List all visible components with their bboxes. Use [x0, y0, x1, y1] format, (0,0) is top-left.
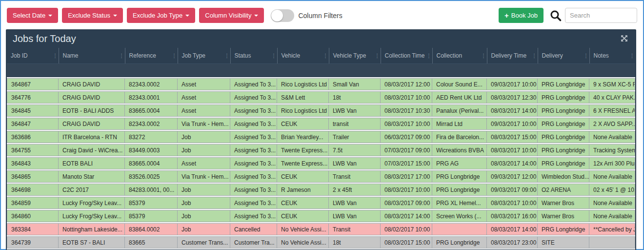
- column-visibility-button[interactable]: Column Visibility: [199, 8, 264, 23]
- table-cell: 07/03/2017 15:00: [381, 157, 432, 169]
- column-grip-icon[interactable]: ⋮: [375, 53, 380, 59]
- table-row[interactable]: 364755Craig David - WiCrea...83449.0003J…: [7, 144, 635, 156]
- column-header-vehicle[interactable]: Vehicle⋮: [277, 48, 329, 63]
- column-header-label: Reference: [129, 52, 156, 59]
- table-cell: Job: [178, 223, 230, 235]
- column-header-status[interactable]: Status⋮: [230, 48, 277, 63]
- table-cell: Job: [178, 144, 230, 156]
- caret-down-icon: [48, 15, 52, 17]
- table-cell: 83665: [125, 236, 178, 249]
- table-row[interactable]: 363686ITR Barcelona - RTN83272JobAssigne…: [7, 131, 635, 143]
- select-date-button[interactable]: Select Date: [7, 8, 58, 23]
- table-cell: O2 ARENA: [538, 184, 589, 196]
- column-grip-icon[interactable]: ⋮: [426, 53, 431, 59]
- exclude-job-type-label: Exclude Job Type: [133, 12, 182, 19]
- table-cell: Twente Express...: [277, 144, 329, 156]
- table-row[interactable]: 364739EOTB S7 - BALI83665Customer Trans.…: [7, 236, 635, 249]
- table-cell: 85379: [125, 210, 178, 222]
- table-cell: 09/03/2017 10:00: [487, 78, 538, 90]
- exclude-job-type-button[interactable]: Exclude Job Type: [127, 8, 195, 23]
- table-cell: Brian Yeardley...: [277, 131, 329, 143]
- column-grip-icon[interactable]: ⋮: [629, 53, 634, 59]
- caret-down-icon: [254, 15, 258, 17]
- table-row[interactable]: 364859Lucky Frog/Sky Leav...85379JobAssi…: [7, 197, 635, 209]
- table-cell: LWB Van: [329, 210, 381, 222]
- table-cell: LWB Van: [329, 104, 381, 117]
- column-header-label: Collection Time: [385, 52, 425, 59]
- table-cell: **Cancelled by J...: [589, 223, 635, 235]
- search-input[interactable]: [565, 8, 637, 23]
- table-row[interactable]: 364698C2C 201784283.0001, 00...JobAssign…: [7, 184, 635, 196]
- table-cell: 40 x CLAY PAK...: [589, 91, 635, 104]
- column-header-vehicle-type[interactable]: Vehicle Type⋮: [329, 48, 381, 63]
- column-visibility-label: Column Visibility: [205, 12, 251, 19]
- column-grip-icon[interactable]: ⋮: [224, 53, 229, 59]
- table-cell: 08/03/2017 10:00: [381, 91, 432, 104]
- table-cell: PRG Longbridge: [538, 91, 589, 104]
- table-row[interactable]: 364860Lucky Frog/Sky Leav...85379JobAssi…: [7, 210, 635, 222]
- table-cell: 08/03/2017 14:00: [487, 104, 538, 117]
- table-row[interactable]: 364845EOTB - BALI ADDS83665.0004AssetAss…: [7, 104, 635, 117]
- table-cell: 364843: [7, 157, 59, 169]
- table-row[interactable]: 364843EOTB BALI83665.0004AssetAssigned T…: [7, 157, 635, 169]
- table-cell: None Available: [589, 210, 635, 222]
- exclude-status-button[interactable]: Exclude Status: [62, 8, 123, 23]
- table-cell: 82343.0001: [125, 91, 178, 104]
- table-cell: 18t: [329, 91, 381, 104]
- table-cell: [589, 236, 635, 249]
- column-header-job-id[interactable]: Job ID⋮: [7, 48, 59, 63]
- table-cell: 2 x 45ft: [329, 184, 381, 196]
- table-cell: 08/03/2017 14:00: [381, 210, 432, 222]
- column-header-delivery-time[interactable]: Delivery Time⋮: [487, 48, 538, 63]
- table-cell: 08/03/2017 16:00: [487, 210, 538, 222]
- table-cell: 83526.0025: [125, 170, 178, 183]
- table-cell: ITR Barcelona - RTN: [59, 131, 125, 143]
- column-header-notes[interactable]: Notes⋮: [589, 48, 635, 63]
- column-grip-icon[interactable]: ⋮: [53, 53, 58, 59]
- toolbar: Select Date Exclude Status Exclude Job T…: [1, 1, 643, 23]
- column-grip-icon[interactable]: ⋮: [481, 53, 486, 59]
- table-cell: Small Van: [329, 78, 381, 90]
- expand-panel-button[interactable]: [619, 33, 629, 43]
- column-header-name[interactable]: Name⋮: [59, 48, 125, 63]
- table-row[interactable]: 364867CRAIG DAVID82343.0002AssetAssigned…: [7, 78, 635, 90]
- table-row[interactable]: 364865Manoto Star83526.0025Via Trunk - H…: [7, 170, 635, 183]
- table-cell: 08/03/2017 15:00: [487, 131, 538, 143]
- column-grip-icon[interactable]: ⋮: [271, 53, 276, 59]
- table-row[interactable]: 363384Nottingham Lakeside...83864.0002Jo…: [7, 223, 635, 235]
- column-grip-icon[interactable]: ⋮: [172, 53, 177, 59]
- table-cell: 02 x 45' 1 @ 10...: [589, 184, 635, 196]
- column-header-collection-time[interactable]: Collection Time⋮: [381, 48, 432, 63]
- table-cell: Assigned To 3...: [230, 197, 277, 209]
- column-grip-icon[interactable]: ⋮: [119, 53, 124, 59]
- column-header-collection[interactable]: Collection⋮: [432, 48, 487, 63]
- table-cell: 18t: [329, 236, 381, 249]
- table-cell: 364755: [7, 144, 59, 156]
- table-cell: 364698: [7, 184, 59, 196]
- column-header-delivery[interactable]: Delivery⋮: [538, 48, 589, 63]
- table-cell: Asset: [178, 91, 230, 104]
- table-cell: Trailer: [329, 131, 381, 143]
- table-cell: Assigned To 3...: [230, 104, 277, 117]
- column-grip-icon[interactable]: ⋮: [323, 53, 328, 59]
- table-cell: Wimbledon Stud...: [538, 170, 589, 183]
- table-cell: 83665.0004: [125, 157, 178, 169]
- table-cell: CRAIG DAVID: [59, 78, 125, 90]
- column-filters-toggle[interactable]: [271, 9, 294, 22]
- select-date-label: Select Date: [13, 12, 45, 19]
- table-cell: Tracking System...: [589, 144, 635, 156]
- table-row[interactable]: 364847CRAIG DAVID82343.0002Via Trunk - H…: [7, 118, 635, 130]
- table-cell: Manoto Star: [59, 170, 125, 183]
- column-grip-icon[interactable]: ⋮: [584, 53, 588, 59]
- column-grip-icon[interactable]: ⋮: [532, 53, 537, 59]
- table-cell: CRAIG DAVID: [59, 118, 125, 130]
- table-header-row: Job ID⋮Name⋮Reference⋮Job Type⋮Status⋮Ve…: [7, 48, 635, 63]
- table-row[interactable]: 364776CRAIG DAVID82343.0001AssetAssigned…: [7, 91, 635, 104]
- table-cell: Lucky Frog/Sky Leav...: [59, 210, 125, 222]
- column-header-label: Job ID: [11, 52, 28, 59]
- column-header-reference[interactable]: Reference⋮: [125, 48, 178, 63]
- column-header-job-type[interactable]: Job Type⋮: [178, 48, 230, 63]
- book-job-button[interactable]: + Book Job: [499, 8, 543, 23]
- table-cell: 08/03/2017 10:30: [381, 104, 432, 117]
- column-header-label: Collection: [437, 52, 463, 59]
